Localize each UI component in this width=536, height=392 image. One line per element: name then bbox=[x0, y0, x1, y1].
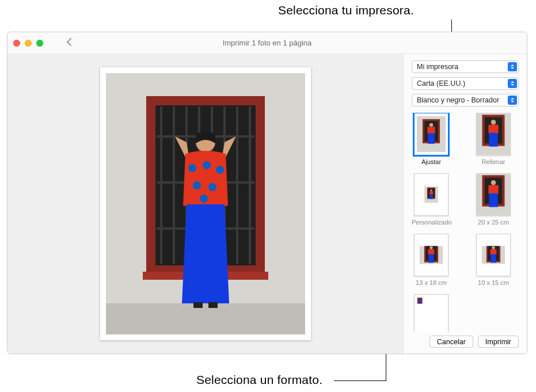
window-title: Imprimir 1 foto en 1 página bbox=[223, 39, 312, 47]
print-button[interactable]: Imprimir bbox=[478, 336, 519, 348]
svg-rect-1 bbox=[106, 303, 305, 334]
svg-rect-66 bbox=[491, 254, 496, 263]
quality-select[interactable]: Blanco y negro - Borrador bbox=[412, 94, 519, 106]
cancel-button[interactable]: Cancelar bbox=[429, 336, 473, 348]
svg-rect-52 bbox=[489, 193, 497, 207]
format-label: Personalizado bbox=[412, 219, 451, 226]
chevron-updown-icon bbox=[508, 62, 517, 71]
preview-area bbox=[7, 54, 404, 353]
close-icon[interactable] bbox=[13, 40, 20, 47]
format-label: Ajustar bbox=[412, 158, 451, 165]
printer-select[interactable]: Mi impresora bbox=[412, 60, 519, 73]
svg-point-17 bbox=[188, 164, 196, 172]
print-sidebar: Mi impresora Carta (EE.UU.) Blanco y neg… bbox=[404, 54, 527, 353]
format-option-20x25[interactable]: 20 x 25 cm bbox=[474, 173, 513, 226]
minimize-icon[interactable] bbox=[25, 40, 32, 47]
format-option-personalizado[interactable]: Personalizado bbox=[412, 173, 451, 226]
quality-select-value: Blanco y negro - Borrador bbox=[417, 96, 499, 104]
format-thumb bbox=[414, 234, 448, 276]
printer-select-value: Mi impresora bbox=[417, 63, 458, 71]
format-label: 20 x 25 cm bbox=[474, 219, 513, 226]
svg-rect-37 bbox=[488, 125, 498, 134]
format-option-13x18[interactable]: 13 x 18 cm bbox=[412, 234, 451, 286]
traffic-lights bbox=[13, 40, 43, 47]
print-preview-paper bbox=[100, 67, 311, 340]
titlebar: Imprimir 1 foto en 1 página bbox=[7, 32, 527, 54]
svg-rect-65 bbox=[491, 249, 497, 254]
format-thumb bbox=[476, 234, 511, 276]
svg-point-20 bbox=[193, 181, 201, 189]
svg-rect-31 bbox=[428, 133, 435, 143]
svg-rect-30 bbox=[427, 127, 435, 134]
svg-rect-59 bbox=[428, 254, 434, 263]
svg-point-18 bbox=[203, 161, 211, 169]
button-row: Cancelar Imprimir bbox=[412, 332, 519, 348]
format-label: 13 x 18 cm bbox=[412, 279, 451, 286]
chevron-updown-icon bbox=[508, 96, 517, 105]
svg-point-29 bbox=[429, 123, 434, 127]
paper-select-value: Carta (EE.UU.) bbox=[417, 79, 465, 87]
content: Mi impresora Carta (EE.UU.) Blanco y neg… bbox=[7, 54, 527, 353]
format-grid: Ajustar Rellenar Personalizado 20 x 25 c… bbox=[412, 113, 519, 332]
format-option-rellenar[interactable]: Rellenar bbox=[474, 113, 513, 165]
svg-point-57 bbox=[429, 246, 432, 249]
print-window: Imprimir 1 foto en 1 página bbox=[7, 32, 527, 354]
format-option-contact[interactable] bbox=[412, 294, 451, 332]
photo-preview bbox=[106, 73, 305, 334]
format-option-10x15[interactable]: 10 x 15 cm bbox=[474, 234, 513, 286]
format-thumb bbox=[476, 173, 511, 216]
format-label: 10 x 15 cm bbox=[474, 279, 513, 286]
svg-point-43 bbox=[430, 189, 432, 191]
svg-rect-23 bbox=[193, 302, 203, 308]
svg-rect-38 bbox=[489, 133, 497, 147]
format-thumb bbox=[476, 113, 511, 155]
format-label: Rellenar bbox=[474, 158, 513, 165]
svg-rect-58 bbox=[428, 249, 435, 254]
svg-rect-51 bbox=[488, 185, 498, 194]
paper-select[interactable]: Carta (EE.UU.) bbox=[412, 77, 519, 90]
svg-rect-44 bbox=[429, 191, 433, 194]
format-option-ajustar[interactable]: Ajustar bbox=[412, 113, 451, 165]
format-thumb bbox=[414, 113, 448, 155]
zoom-icon[interactable] bbox=[36, 40, 43, 47]
chevron-updown-icon bbox=[508, 79, 517, 88]
callout-printer: Selecciona tu impresora. bbox=[278, 3, 414, 17]
svg-point-36 bbox=[491, 120, 496, 125]
format-thumb bbox=[414, 173, 448, 216]
svg-point-64 bbox=[492, 246, 495, 249]
svg-rect-45 bbox=[429, 194, 432, 199]
svg-point-22 bbox=[200, 195, 208, 203]
svg-point-19 bbox=[216, 166, 224, 174]
svg-point-50 bbox=[491, 180, 496, 185]
svg-point-21 bbox=[208, 183, 216, 191]
callout-format: Selecciona un formato. bbox=[196, 373, 322, 387]
callout-format-line-h bbox=[334, 380, 386, 381]
svg-rect-24 bbox=[208, 302, 218, 308]
svg-rect-69 bbox=[419, 299, 421, 303]
back-button[interactable] bbox=[66, 37, 73, 49]
format-thumb bbox=[414, 294, 448, 332]
